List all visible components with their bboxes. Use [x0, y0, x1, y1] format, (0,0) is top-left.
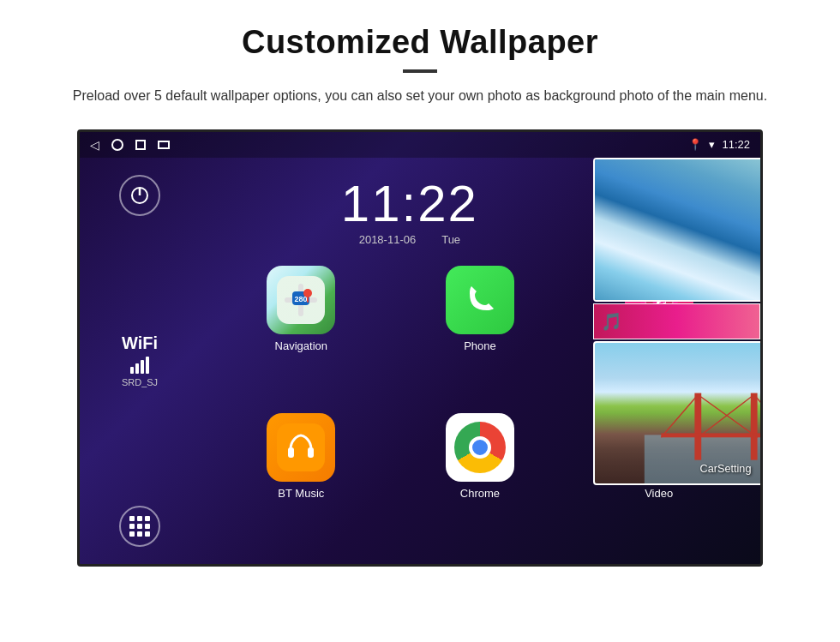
app-item-chrome[interactable]: Chrome — [396, 413, 565, 550]
all-apps-button[interactable] — [119, 506, 160, 547]
clock-date-value: 2018-11-06 — [359, 233, 417, 246]
left-sidebar: WiFi SRD_SJ — [80, 158, 200, 564]
screenshot-wrapper: ◁ 📍 ▾ 11:22 — [0, 123, 840, 567]
btmusic-icon: ʙ — [267, 413, 335, 482]
chrome-inner-circle — [469, 436, 491, 459]
btmusic-label: BT Music — [278, 487, 324, 500]
nav-recent-icon[interactable] — [135, 140, 146, 150]
app-item-phone[interactable]: Phone — [396, 266, 565, 403]
svg-point-6 — [303, 289, 312, 297]
phone-icon — [446, 266, 514, 334]
navigation-label: Navigation — [275, 339, 327, 352]
page-header: Customized Wallpaper Preload over 5 defa… — [0, 0, 840, 123]
btmusic-svg: ʙ — [277, 423, 325, 471]
power-icon — [129, 185, 150, 206]
grid-icon — [129, 516, 150, 537]
status-bar: ◁ 📍 ▾ 11:22 — [80, 132, 760, 158]
svg-rect-17 — [645, 435, 760, 483]
svg-rect-18 — [694, 393, 701, 459]
chrome-outer-ring — [454, 422, 506, 473]
svg-rect-20 — [661, 433, 760, 437]
header-description: Preload over 5 default wallpaper options… — [69, 85, 771, 107]
phone-label: Phone — [464, 339, 496, 352]
status-bar-right: 📍 ▾ 11:22 — [688, 138, 750, 151]
app-item-navigation[interactable]: 280 Navigation — [217, 266, 386, 403]
app-item-btmusic[interactable]: ʙ BT Music — [217, 413, 386, 550]
clock-display: 11:22 2018-11-06 Tue — [200, 174, 620, 246]
chrome-icon — [446, 413, 514, 482]
page-title: Customized Wallpaper — [69, 24, 771, 61]
nav-back-icon[interactable]: ◁ — [90, 138, 99, 152]
wifi-ssid: SRD_SJ — [122, 377, 158, 387]
clock-date: 2018-11-06 Tue — [225, 233, 594, 246]
clock-time: 11:22 — [225, 174, 594, 233]
chrome-label: Chrome — [460, 487, 500, 500]
svg-text:ʙ: ʙ — [298, 443, 305, 457]
bridge-svg: CarSetting — [595, 343, 760, 483]
svg-line-21 — [661, 394, 698, 437]
navigation-icon: 280 — [267, 266, 335, 334]
wallpaper-ice[interactable] — [593, 158, 760, 302]
status-bar-left: ◁ — [90, 138, 170, 152]
status-time: 11:22 — [722, 138, 750, 151]
svg-rect-14 — [288, 447, 294, 458]
wifi-section: WiFi SRD_SJ — [122, 333, 158, 387]
android-screen: ◁ 📍 ▾ 11:22 — [77, 129, 763, 567]
wallpaper-bridge[interactable]: CarSetting — [593, 341, 760, 485]
wifi-label: WiFi — [122, 333, 158, 353]
svg-rect-15 — [308, 447, 314, 458]
location-icon: 📍 — [688, 138, 702, 151]
svg-text:CarSetting: CarSetting — [700, 463, 752, 475]
wallpaper-pink-strip[interactable]: 🎵 — [593, 303, 760, 339]
power-button[interactable] — [119, 175, 160, 216]
ice-wallpaper-visual — [595, 159, 760, 300]
nav-home-icon[interactable] — [111, 139, 123, 151]
svg-rect-19 — [751, 393, 758, 459]
wifi-bars — [122, 357, 158, 374]
maps-svg: 280 — [277, 276, 325, 324]
wallpaper-panel: 🎵 — [593, 158, 760, 567]
nav-screenshot-icon[interactable] — [158, 141, 170, 149]
header-divider — [403, 69, 437, 73]
phone-svg — [459, 279, 501, 321]
clock-day-value: Tue — [441, 233, 460, 246]
signal-icon: ▾ — [709, 138, 715, 151]
